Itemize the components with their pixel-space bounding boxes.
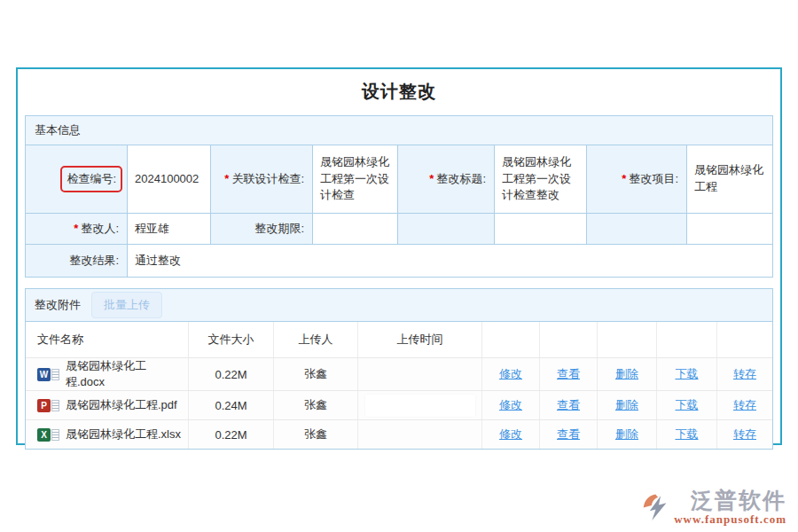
upload-time <box>357 420 481 449</box>
action-header-cell <box>656 322 716 357</box>
rectify-title-label-cell: * 整改标题: <box>397 145 494 213</box>
page-title: 设计整改 <box>25 78 773 105</box>
attachment-row-pdf: 晟铭园林绿化工程.pdf 0.24M 张鑫 修改 查看 删除 下载 转存 <box>26 390 772 419</box>
modify-link[interactable]: 修改 <box>499 366 522 382</box>
check-number-label-cell: 检查编号: <box>26 145 127 213</box>
file-name: 晟铭园林绿化工程.pdf <box>66 397 177 413</box>
required-asterisk: * <box>622 171 626 188</box>
save-as-link[interactable]: 转存 <box>733 366 756 382</box>
watermark-site: www.fanpusoft.com <box>674 513 786 525</box>
fanpu-logo-icon <box>641 492 671 522</box>
attachment-row-docx: 晟铭园林绿化工程.docx 0.22M 张鑫 修改 查看 删除 下载 转存 <box>26 357 772 390</box>
download-link[interactable]: 下载 <box>676 426 699 442</box>
view-link[interactable]: 查看 <box>557 366 580 382</box>
required-asterisk: * <box>429 171 434 188</box>
related-check-value: 晟铭园林绿化工程第一次设计检查 <box>312 145 397 213</box>
related-check-label: 关联设计检查: <box>231 171 304 188</box>
required-asterisk: * <box>74 221 78 238</box>
empty-label-cell <box>397 214 494 244</box>
modify-link[interactable]: 修改 <box>499 397 522 413</box>
action-header-cell <box>539 322 597 357</box>
rectify-title-value: 晟铭园林绿化工程第一次设计检查整改 <box>494 145 586 213</box>
word-file-icon <box>37 368 59 381</box>
file-name-header: 文件名称 <box>26 322 188 357</box>
uploader: 张鑫 <box>273 391 357 419</box>
file-name-cell: 晟铭园林绿化工程.xlsx <box>26 420 188 449</box>
file-size: 0.22M <box>188 358 273 390</box>
rectify-project-label-cell: * 整改项目: <box>586 145 686 213</box>
main-form-panel: 设计整改 基本信息 检查编号: 2024100002 * 关联设计检查: 晟铭园… <box>16 67 782 445</box>
rectify-project-value: 晟铭园林绿化工程 <box>686 145 772 213</box>
save-as-link[interactable]: 转存 <box>733 426 756 442</box>
view-link[interactable]: 查看 <box>557 397 580 413</box>
empty-label-cell <box>586 214 686 244</box>
action-header-cell <box>481 322 539 357</box>
basic-info-section-title: 基本信息 <box>35 122 81 138</box>
file-size-header: 文件大小 <box>188 322 273 357</box>
upload-time <box>357 358 481 390</box>
uploader-header: 上传人 <box>273 322 357 357</box>
attachments-table: 文件名称 文件大小 上传人 上传时间 晟铭园林绿化工程.docx 0.22M 张… <box>26 322 772 449</box>
batch-upload-button[interactable]: 批量上传 <box>91 292 162 318</box>
download-link[interactable]: 下载 <box>676 366 699 382</box>
check-number-highlight-box: 检查编号: <box>60 166 122 193</box>
file-name-cell: 晟铭园林绿化工程.docx <box>26 358 188 390</box>
attachments-table-header: 文件名称 文件大小 上传人 上传时间 <box>26 322 772 357</box>
vendor-watermark: 泛普软件 www.fanpusoft.com <box>641 489 786 525</box>
basic-info-row-3: 整改结果: 通过整改 <box>26 244 772 277</box>
attachment-row-xlsx: 晟铭园林绿化工程.xlsx 0.22M 张鑫 修改 查看 删除 下载 转存 <box>26 419 772 449</box>
modify-link[interactable]: 修改 <box>499 426 522 442</box>
rectify-deadline-value <box>312 214 397 244</box>
uploader: 张鑫 <box>273 420 357 449</box>
rectify-person-label-cell: * 整改人: <box>26 214 127 244</box>
view-link[interactable]: 查看 <box>557 426 580 442</box>
delete-link[interactable]: 删除 <box>615 366 638 382</box>
download-link[interactable]: 下载 <box>676 397 699 413</box>
attachments-section-title: 整改附件 <box>35 297 81 313</box>
file-size: 0.22M <box>188 420 273 449</box>
delete-link[interactable]: 删除 <box>615 397 638 413</box>
watermark-brand: 泛普软件 <box>691 489 786 512</box>
upload-time-header: 上传时间 <box>357 322 481 357</box>
check-number-value: 2024100002 <box>127 145 210 213</box>
related-check-label-cell: * 关联设计检查: <box>210 145 312 213</box>
rectify-person-label: 整改人: <box>81 221 119 238</box>
basic-info-section-header: 基本信息 <box>26 116 772 145</box>
attachments-section-header: 整改附件 批量上传 <box>26 289 772 322</box>
rectify-deadline-label: 整改期限: <box>254 221 304 238</box>
rectify-title-label: 整改标题: <box>436 171 486 188</box>
upload-time-blank-box <box>365 395 475 417</box>
basic-info-row-2: * 整改人: 程亚雄 整改期限: <box>26 213 772 244</box>
pdf-file-icon <box>37 399 59 412</box>
file-name-cell: 晟铭园林绿化工程.pdf <box>26 391 188 419</box>
rectify-result-value: 通过整改 <box>127 245 772 277</box>
basic-info-row-1: 检查编号: 2024100002 * 关联设计检查: 晟铭园林绿化工程第一次设计… <box>26 145 772 213</box>
empty-value-cell <box>494 214 586 244</box>
action-header-cell <box>597 322 656 357</box>
file-size: 0.24M <box>188 391 273 419</box>
check-number-label: 检查编号: <box>66 172 116 185</box>
rectify-result-label: 整改结果: <box>69 253 119 270</box>
watermark-text: 泛普软件 www.fanpusoft.com <box>674 489 786 525</box>
excel-file-icon <box>37 428 59 442</box>
rectify-deadline-label-cell: 整改期限: <box>210 214 312 244</box>
file-name: 晟铭园林绿化工程.xlsx <box>66 426 181 442</box>
rectify-result-label-cell: 整改结果: <box>26 245 127 277</box>
save-as-link[interactable]: 转存 <box>733 397 756 413</box>
rectify-person-value: 程亚雄 <box>127 214 210 244</box>
action-header-cell <box>716 322 772 357</box>
upload-time-cell <box>357 391 481 419</box>
rectify-project-label: 整改项目: <box>629 171 678 188</box>
empty-value-cell <box>686 214 772 244</box>
attachments-section: 整改附件 批量上传 文件名称 文件大小 上传人 上传时间 晟铭园林绿化工程.do… <box>25 288 773 450</box>
required-asterisk: * <box>224 171 229 188</box>
uploader: 张鑫 <box>273 358 357 390</box>
basic-info-section: 基本信息 检查编号: 2024100002 * 关联设计检查: 晟铭园林绿化工程… <box>25 115 773 278</box>
delete-link[interactable]: 删除 <box>615 426 638 442</box>
file-name: 晟铭园林绿化工程.docx <box>66 358 183 390</box>
